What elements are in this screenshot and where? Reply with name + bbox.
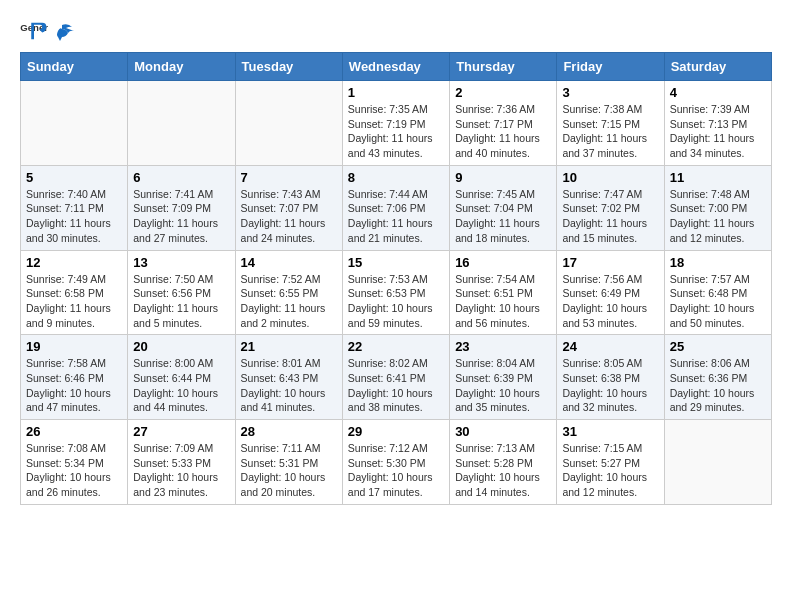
- day-info-text: and 35 minutes.: [455, 400, 551, 415]
- day-info-text: and 5 minutes.: [133, 316, 229, 331]
- calendar-week-row: 1Sunrise: 7:35 AMSunset: 7:19 PMDaylight…: [21, 81, 772, 166]
- calendar-week-row: 19Sunrise: 7:58 AMSunset: 6:46 PMDayligh…: [21, 335, 772, 420]
- weekday-header-saturday: Saturday: [664, 53, 771, 81]
- calendar-cell: 6Sunrise: 7:41 AMSunset: 7:09 PMDaylight…: [128, 165, 235, 250]
- calendar-cell: 31Sunrise: 7:15 AMSunset: 5:27 PMDayligh…: [557, 420, 664, 505]
- day-info-text: and 14 minutes.: [455, 485, 551, 500]
- day-info-text: and 30 minutes.: [26, 231, 122, 246]
- calendar-cell: 29Sunrise: 7:12 AMSunset: 5:30 PMDayligh…: [342, 420, 449, 505]
- day-number: 25: [670, 339, 766, 354]
- day-info-text: Sunrise: 7:56 AM: [562, 272, 658, 287]
- day-info-text: and 43 minutes.: [348, 146, 444, 161]
- day-info-text: and 12 minutes.: [562, 485, 658, 500]
- day-info-text: Sunrise: 8:04 AM: [455, 356, 551, 371]
- weekday-header-tuesday: Tuesday: [235, 53, 342, 81]
- day-info-text: Daylight: 11 hours: [26, 301, 122, 316]
- calendar-cell: [128, 81, 235, 166]
- day-info-text: Sunset: 6:53 PM: [348, 286, 444, 301]
- day-info-text: Sunset: 5:27 PM: [562, 456, 658, 471]
- day-number: 1: [348, 85, 444, 100]
- day-info-text: and 38 minutes.: [348, 400, 444, 415]
- day-info-text: Sunset: 6:58 PM: [26, 286, 122, 301]
- day-info-text: Sunset: 7:07 PM: [241, 201, 337, 216]
- day-info-text: Daylight: 10 hours: [241, 470, 337, 485]
- day-number: 8: [348, 170, 444, 185]
- day-info-text: Sunset: 6:51 PM: [455, 286, 551, 301]
- day-info-text: Daylight: 11 hours: [455, 216, 551, 231]
- day-info-text: Sunrise: 7:38 AM: [562, 102, 658, 117]
- day-info-text: and 44 minutes.: [133, 400, 229, 415]
- weekday-header-row: SundayMondayTuesdayWednesdayThursdayFrid…: [21, 53, 772, 81]
- weekday-header-wednesday: Wednesday: [342, 53, 449, 81]
- day-info-text: Sunset: 6:56 PM: [133, 286, 229, 301]
- day-info-text: Daylight: 10 hours: [670, 386, 766, 401]
- calendar-cell: 17Sunrise: 7:56 AMSunset: 6:49 PMDayligh…: [557, 250, 664, 335]
- day-info-text: Daylight: 11 hours: [670, 216, 766, 231]
- calendar-week-row: 26Sunrise: 7:08 AMSunset: 5:34 PMDayligh…: [21, 420, 772, 505]
- day-info-text: Sunset: 7:09 PM: [133, 201, 229, 216]
- weekday-header-friday: Friday: [557, 53, 664, 81]
- day-info-text: Sunrise: 7:52 AM: [241, 272, 337, 287]
- day-info-text: Sunrise: 7:11 AM: [241, 441, 337, 456]
- day-info-text: and 18 minutes.: [455, 231, 551, 246]
- calendar-cell: [664, 420, 771, 505]
- day-info-text: Daylight: 10 hours: [241, 386, 337, 401]
- day-info-text: Sunrise: 8:05 AM: [562, 356, 658, 371]
- day-number: 30: [455, 424, 551, 439]
- day-info-text: Daylight: 10 hours: [455, 470, 551, 485]
- calendar-cell: 3Sunrise: 7:38 AMSunset: 7:15 PMDaylight…: [557, 81, 664, 166]
- day-info-text: Sunset: 6:36 PM: [670, 371, 766, 386]
- day-number: 20: [133, 339, 229, 354]
- calendar-cell: 12Sunrise: 7:49 AMSunset: 6:58 PMDayligh…: [21, 250, 128, 335]
- calendar-cell: 7Sunrise: 7:43 AMSunset: 7:07 PMDaylight…: [235, 165, 342, 250]
- weekday-header-thursday: Thursday: [450, 53, 557, 81]
- day-info-text: Daylight: 10 hours: [133, 470, 229, 485]
- page-header: General: [20, 20, 772, 42]
- day-number: 14: [241, 255, 337, 270]
- calendar-cell: 5Sunrise: 7:40 AMSunset: 7:11 PMDaylight…: [21, 165, 128, 250]
- day-info-text: Sunrise: 7:12 AM: [348, 441, 444, 456]
- calendar-cell: 25Sunrise: 8:06 AMSunset: 6:36 PMDayligh…: [664, 335, 771, 420]
- day-info-text: and 17 minutes.: [348, 485, 444, 500]
- calendar-cell: 15Sunrise: 7:53 AMSunset: 6:53 PMDayligh…: [342, 250, 449, 335]
- day-info-text: Sunrise: 7:41 AM: [133, 187, 229, 202]
- calendar-cell: 11Sunrise: 7:48 AMSunset: 7:00 PMDayligh…: [664, 165, 771, 250]
- day-number: 18: [670, 255, 766, 270]
- day-info-text: Sunrise: 7:36 AM: [455, 102, 551, 117]
- calendar-cell: 30Sunrise: 7:13 AMSunset: 5:28 PMDayligh…: [450, 420, 557, 505]
- day-info-text: and 41 minutes.: [241, 400, 337, 415]
- logo: General: [20, 20, 76, 42]
- weekday-header-monday: Monday: [128, 53, 235, 81]
- calendar-cell: 24Sunrise: 8:05 AMSunset: 6:38 PMDayligh…: [557, 335, 664, 420]
- day-number: 15: [348, 255, 444, 270]
- day-number: 29: [348, 424, 444, 439]
- day-info-text: Sunset: 7:00 PM: [670, 201, 766, 216]
- day-info-text: Daylight: 11 hours: [241, 216, 337, 231]
- day-info-text: Sunrise: 7:48 AM: [670, 187, 766, 202]
- day-info-text: Sunset: 7:02 PM: [562, 201, 658, 216]
- day-info-text: Daylight: 10 hours: [133, 386, 229, 401]
- day-info-text: Sunset: 7:15 PM: [562, 117, 658, 132]
- day-info-text: Sunrise: 7:49 AM: [26, 272, 122, 287]
- day-info-text: and 12 minutes.: [670, 231, 766, 246]
- day-number: 17: [562, 255, 658, 270]
- day-info-text: Sunrise: 7:15 AM: [562, 441, 658, 456]
- day-info-text: and 56 minutes.: [455, 316, 551, 331]
- day-info-text: and 37 minutes.: [562, 146, 658, 161]
- day-info-text: Sunset: 7:06 PM: [348, 201, 444, 216]
- day-number: 19: [26, 339, 122, 354]
- day-info-text: and 59 minutes.: [348, 316, 444, 331]
- day-info-text: and 2 minutes.: [241, 316, 337, 331]
- day-info-text: Sunset: 6:44 PM: [133, 371, 229, 386]
- calendar-week-row: 5Sunrise: 7:40 AMSunset: 7:11 PMDaylight…: [21, 165, 772, 250]
- day-info-text: and 32 minutes.: [562, 400, 658, 415]
- day-info-text: Sunrise: 7:43 AM: [241, 187, 337, 202]
- day-info-text: Daylight: 10 hours: [670, 301, 766, 316]
- day-info-text: Daylight: 10 hours: [348, 386, 444, 401]
- day-number: 13: [133, 255, 229, 270]
- day-info-text: Daylight: 11 hours: [133, 301, 229, 316]
- day-number: 9: [455, 170, 551, 185]
- day-info-text: Daylight: 10 hours: [26, 386, 122, 401]
- day-info-text: Sunset: 6:39 PM: [455, 371, 551, 386]
- logo-bird-icon: [54, 23, 76, 41]
